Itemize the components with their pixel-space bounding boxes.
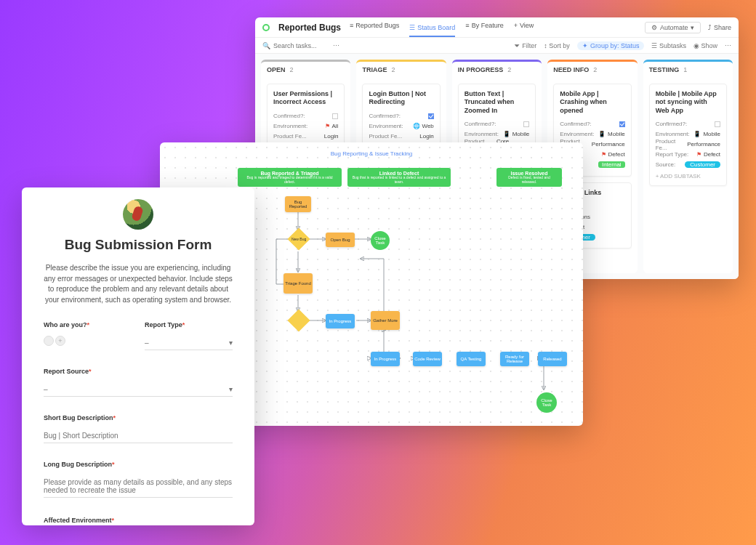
checkbox-icon[interactable]: [523, 121, 529, 127]
chevron-down-icon: ▾: [229, 385, 233, 393]
node-triage-found[interactable]: Triage Found: [284, 273, 313, 294]
search-input[interactable]: [273, 42, 326, 49]
share-icon: ⤴: [708, 24, 712, 31]
search-icon: 🔍: [262, 42, 270, 49]
checkbox-icon[interactable]: [428, 113, 434, 119]
board-header: Reported Bugs ≡Reported Bugs ☰Status Boa…: [255, 17, 739, 38]
tab-status-board[interactable]: ☰Status Board: [409, 24, 455, 37]
report-source-select[interactable]: –▾: [44, 382, 233, 397]
people-picker[interactable]: +: [44, 336, 132, 346]
long-description-input[interactable]: [44, 475, 233, 498]
group-by-button[interactable]: ✦ Group by: Status: [577, 41, 645, 50]
lane-linked: Linked to DefectBug that is reported is …: [347, 168, 451, 187]
view-tabs: ≡Reported Bugs ☰Status Board ≡By Feature…: [350, 22, 534, 33]
filter-button[interactable]: ⏷ Filter: [514, 42, 537, 49]
short-description-input[interactable]: [44, 429, 233, 443]
workspace-icon: [262, 24, 270, 31]
checkbox-icon[interactable]: [619, 121, 625, 127]
node-bug-reported[interactable]: Bug Reported: [285, 196, 311, 212]
subtasks-button[interactable]: ☰ Subtasks: [651, 42, 686, 49]
avatar: [123, 199, 153, 230]
share-button[interactable]: ⤴ Share: [708, 24, 731, 31]
source-tag: Internal: [598, 161, 625, 168]
flowchart-title: Bug Reporting & Issue Tracking: [160, 150, 583, 157]
form-title: Bug Submission Form: [44, 237, 233, 253]
node-step-qa[interactable]: QA Testing: [457, 352, 486, 366]
label-report-type: Report Type*: [145, 321, 233, 328]
flag-icon: ⚑: [325, 123, 330, 129]
card-user-permissions[interactable]: User Permissions | Incorrect Access Conf…: [267, 84, 345, 148]
label-affected-env: Affected Environment*: [44, 517, 233, 524]
flag-icon: ⚑: [601, 151, 606, 158]
label-who: Who are you?*: [44, 321, 132, 328]
node-close-final[interactable]: Close Task: [536, 392, 557, 413]
header-actions: ⚙Automate▾ ⤴ Share: [645, 22, 731, 33]
node-gather-more[interactable]: Gather More: [371, 311, 400, 330]
form-description: Please describe the issue you are experi…: [44, 263, 233, 305]
label-short-desc: Short Bug Description*: [44, 414, 233, 421]
lane-reported: Bug Reported & TriagedBug is reported an…: [238, 168, 342, 187]
bolt-icon: ⚙: [651, 24, 657, 31]
more-icon[interactable]: ⋯: [725, 42, 731, 49]
add-person-icon[interactable]: +: [55, 336, 65, 346]
more-icon[interactable]: ⋯: [333, 42, 339, 49]
bug-submission-form: Bug Submission Form Please describe the …: [22, 187, 254, 525]
chevron-down-icon: ▾: [229, 339, 233, 347]
sort-button[interactable]: ↕ Sort by: [544, 42, 570, 49]
label-long-desc: Long Bug Description*: [44, 461, 233, 468]
node-decision[interactable]: [287, 309, 310, 331]
node-step-released[interactable]: Released: [538, 352, 567, 366]
add-subtask-button[interactable]: + ADD SUBTASK: [656, 173, 720, 179]
mobile-icon: 📱: [598, 131, 606, 137]
checkbox-icon[interactable]: [332, 113, 338, 119]
tab-add-view[interactable]: +View: [514, 22, 534, 33]
node-step-code-review[interactable]: Code Review: [413, 352, 442, 366]
automate-button[interactable]: ⚙Automate▾: [645, 22, 701, 33]
show-button[interactable]: ◉ Show: [693, 42, 717, 49]
mobile-icon: 📱: [503, 131, 510, 137]
avatar-icon: [44, 336, 54, 346]
node-in-progress[interactable]: In Progress: [326, 314, 355, 328]
report-type-select[interactable]: –▾: [145, 336, 233, 350]
card-login-button[interactable]: Login Button | Not Redirecting Confirmed…: [362, 84, 440, 148]
tab-reported-bugs[interactable]: ≡Reported Bugs: [350, 22, 399, 33]
column-testing: TESTIING1 Mobile | Mobile App not syncin…: [643, 60, 733, 273]
checkbox-icon[interactable]: [715, 121, 720, 127]
node-open-bug[interactable]: Open Bug: [326, 233, 355, 247]
node-step-ready[interactable]: Ready for Release: [500, 352, 529, 366]
card-mobile-sync[interactable]: Mobile | Mobile App not syncing with Web…: [649, 84, 727, 186]
flag-icon: ⚑: [696, 151, 701, 158]
node-close-task[interactable]: Close Task: [371, 231, 390, 250]
label-report-source: Report Source*: [44, 368, 233, 375]
node-step-inprogress[interactable]: In Progress: [371, 352, 400, 366]
search-box[interactable]: 🔍: [262, 42, 326, 49]
node-new-bug[interactable]: New Bug: [287, 227, 310, 250]
source-tag: Customer: [685, 161, 720, 168]
board-title: Reported Bugs: [278, 23, 341, 33]
globe-icon: 🌐: [413, 123, 420, 129]
mobile-icon: 📱: [693, 131, 701, 137]
board-toolbar: 🔍 ⋯ ⏷ Filter ↕ Sort by ✦ Group by: Statu…: [255, 38, 739, 54]
chevron-down-icon: ▾: [691, 24, 694, 31]
tab-by-feature[interactable]: ≡By Feature: [465, 22, 503, 33]
lane-resolved: Issue ResolvedDefect is fixed, tested an…: [496, 168, 562, 187]
